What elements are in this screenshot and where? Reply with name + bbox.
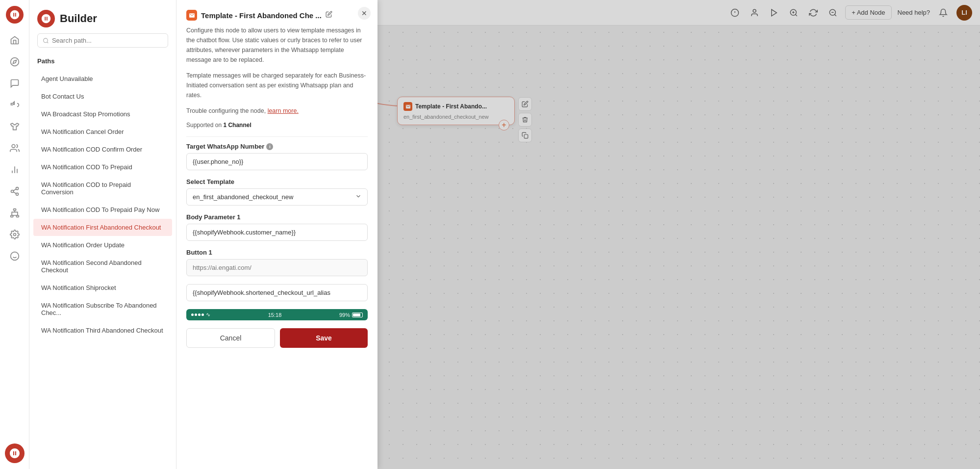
panel-description-1: Configure this node to allow users to vi… <box>186 26 368 65</box>
phone-signals: ∿ <box>191 312 210 318</box>
channel-count: 1 Channel <box>223 122 251 129</box>
panel-overlay: ✕ Template - First Abandoned Che ... Con… <box>176 0 980 469</box>
button-value-input[interactable] <box>186 284 368 301</box>
panel-description-2: Template messages will be charged separa… <box>186 71 368 100</box>
svg-point-5 <box>16 187 18 190</box>
path-item-cod-confirm[interactable]: WA Notification COD Confirm Order <box>33 141 172 158</box>
battery-bar <box>352 313 363 317</box>
sidebar-brand-logo <box>37 10 55 27</box>
path-item-bot-contact-us[interactable]: Bot Contact Us <box>33 88 172 105</box>
nav-megaphone-icon[interactable] <box>6 96 24 114</box>
target-number-input[interactable] <box>186 153 368 170</box>
path-item-cod-conversion[interactable]: WA Notification COD to Prepaid Conversio… <box>33 176 172 201</box>
svg-line-9 <box>13 189 16 190</box>
path-item-second-abandoned[interactable]: WA Notification Second Abandoned Checkou… <box>33 254 172 279</box>
template-select-wrapper: en_first_abandoned_checkout_new <box>186 188 368 206</box>
panel-node-icon <box>186 10 197 21</box>
target-number-label: Target WhatsApp Number i <box>186 143 368 150</box>
nav-compass-icon[interactable] <box>6 53 24 71</box>
paths-label: Paths <box>29 52 176 68</box>
search-input[interactable] <box>52 37 163 44</box>
template-select[interactable]: en_first_abandoned_checkout_new <box>186 188 368 206</box>
panel-title: Template - First Abandoned Che ... <box>201 11 322 20</box>
svg-point-0 <box>10 58 19 66</box>
path-item-subscribe-abandoned[interactable]: WA Notification Subscribe To Abandoned C… <box>33 297 172 321</box>
path-item-order-update[interactable]: WA Notification Order Update <box>33 236 172 254</box>
svg-point-1 <box>12 145 15 148</box>
learn-more-link[interactable]: learn more. <box>268 107 299 114</box>
config-panel: ✕ Template - First Abandoned Che ... Con… <box>176 0 377 469</box>
brand-name: Builder <box>60 12 97 25</box>
svg-line-8 <box>13 192 16 193</box>
battery-percentage: 99% <box>339 312 350 318</box>
target-info-icon: i <box>266 143 273 150</box>
signal-dot-3 <box>198 313 201 316</box>
action-buttons-row: Cancel Save <box>186 328 368 348</box>
save-button[interactable]: Save <box>280 328 368 348</box>
panel-supported-text: Supported on 1 Channel <box>186 122 368 129</box>
battery-fill <box>353 313 360 316</box>
nav-home-icon[interactable] <box>6 31 24 49</box>
battery-indicator: 99% <box>339 312 363 318</box>
svg-line-18 <box>47 42 48 43</box>
main-area: WA Notification First Aba ... + Add Node… <box>176 0 980 469</box>
path-search-box[interactable] <box>37 33 168 48</box>
svg-point-7 <box>16 193 18 195</box>
path-item-shiprocket[interactable]: WA Notification Shiprocket <box>33 279 172 296</box>
nav-share-icon[interactable] <box>6 182 24 200</box>
nav-face-icon[interactable] <box>6 247 24 265</box>
nav-hierarchy-icon[interactable] <box>6 204 24 222</box>
brand-logo-top <box>6 6 24 24</box>
brand-logo-bottom <box>5 443 25 463</box>
cancel-button[interactable]: Cancel <box>186 328 275 348</box>
nav-chat-icon[interactable] <box>6 75 24 92</box>
path-item-cancel-order[interactable]: WA Notification Cancel Order <box>33 123 172 140</box>
panel-title-edit-icon[interactable] <box>326 11 332 20</box>
left-navigation <box>0 0 29 469</box>
button-1-label: Button 1 <box>186 249 368 256</box>
nav-chart-icon[interactable] <box>6 161 24 179</box>
path-item-agent-unavailable[interactable]: Agent Unavailable <box>33 70 172 87</box>
nav-settings-icon[interactable] <box>6 226 24 243</box>
nav-tshirt-icon[interactable] <box>6 118 24 135</box>
panel-close-button[interactable]: ✕ <box>358 7 371 20</box>
svg-point-14 <box>10 252 19 261</box>
path-item-cod-pay-now[interactable]: WA Notification COD To Prepaid Pay Now <box>33 201 172 218</box>
phone-time: 15:18 <box>268 312 282 318</box>
path-item-cod-to-prepaid[interactable]: WA Notification COD To Prepaid <box>33 158 172 176</box>
phone-preview-bar: ∿ 15:18 99% <box>186 309 368 320</box>
path-item-first-abandoned[interactable]: WA Notification First Abandoned Checkout <box>33 219 172 236</box>
panel-divider <box>186 136 368 137</box>
select-template-label: Select Template <box>186 178 368 185</box>
panel-trouble-text: Trouble configuring the node, learn more… <box>186 106 368 116</box>
path-item-third-abandoned[interactable]: WA Notification Third Abandoned Checkout <box>33 322 172 339</box>
wifi-icon: ∿ <box>206 312 210 318</box>
svg-rect-10 <box>13 209 16 210</box>
paths-sidebar: Builder Paths Agent Unavailable Bot Cont… <box>29 0 176 469</box>
signal-dots <box>191 313 204 316</box>
signal-dot-2 <box>195 313 197 316</box>
paths-list: Agent Unavailable Bot Contact Us WA Broa… <box>29 68 176 469</box>
button-url-input[interactable] <box>186 259 368 276</box>
nav-users-icon[interactable] <box>6 139 24 157</box>
signal-dot-4 <box>201 313 204 316</box>
signal-dot-1 <box>191 313 194 316</box>
svg-point-6 <box>11 190 13 193</box>
body-param-input[interactable] <box>186 224 368 241</box>
svg-point-17 <box>44 38 48 43</box>
body-param-label: Body Parameter 1 <box>186 213 368 221</box>
svg-point-13 <box>13 234 16 236</box>
search-icon <box>43 37 49 44</box>
path-item-broadcast-stop[interactable]: WA Broadcast Stop Promotions <box>33 105 172 123</box>
